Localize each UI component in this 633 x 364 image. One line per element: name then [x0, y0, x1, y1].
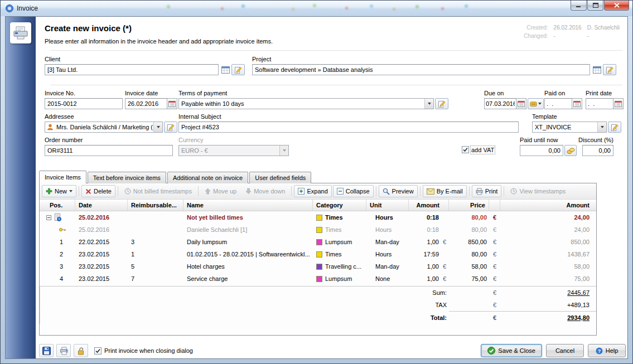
- add-vat-checkbox-group[interactable]: add VAT: [462, 146, 494, 153]
- sum-label: Sum:: [40, 287, 449, 299]
- paid-on-field[interactable]: [544, 98, 572, 109]
- print-button[interactable]: Print: [472, 185, 502, 197]
- tab-additional-note[interactable]: Additional note on invoice: [167, 172, 248, 183]
- template-select[interactable]: XT_INVOICE: [532, 122, 607, 133]
- window-icon: [5, 4, 14, 13]
- table-row[interactable]: 2 23.02.2015 1 01.02.2015 - 28.02.2015 |…: [40, 248, 596, 260]
- cancel-button[interactable]: Cancel: [546, 344, 584, 357]
- col-pos[interactable]: Pos.: [40, 200, 75, 211]
- cell-unit: Man-day: [366, 236, 409, 248]
- table-row-timestamp[interactable]: 25.02.2016 Danielle Schaelchli [1] Times…: [40, 224, 596, 236]
- print-date-field[interactable]: [586, 98, 613, 109]
- invoice-no-field[interactable]: [45, 98, 123, 109]
- unbilled-times-icon: [54, 213, 61, 221]
- invoice-items-panel: New Delete Not billed timestamps Move up…: [39, 183, 597, 336]
- col-price[interactable]: Price: [449, 200, 489, 211]
- by-email-button[interactable]: By E-mail: [423, 185, 467, 197]
- separator: [50, 50, 622, 51]
- col-name[interactable]: Name: [183, 200, 313, 211]
- category-color-swatch: [316, 264, 322, 270]
- cell-pos: 3: [40, 260, 75, 273]
- col-total[interactable]: Amount: [500, 200, 596, 211]
- cell-currency: €: [489, 248, 500, 260]
- paid-on-label: Paid on: [544, 90, 582, 97]
- items-table-header: Pos. Date Reimbursable... Name Category …: [40, 200, 596, 211]
- tab-invoice-items[interactable]: Invoice Items: [39, 171, 86, 183]
- col-category[interactable]: Category: [313, 200, 366, 211]
- quick-save-button[interactable]: [39, 344, 54, 357]
- paid-on-calendar-button[interactable]: [572, 98, 582, 109]
- cell-category: Lumpsum: [313, 273, 366, 285]
- save-close-button[interactable]: Save & Close: [481, 344, 542, 357]
- cell-date: 25.02.2016: [75, 224, 128, 236]
- tax-currency: €: [489, 299, 500, 311]
- project-lookup-icon[interactable]: [592, 64, 602, 75]
- col-date[interactable]: Date: [75, 200, 128, 211]
- project-edit-button[interactable]: [603, 64, 616, 75]
- cell-category: Travelling c...: [313, 260, 366, 273]
- chevron-down-icon[interactable]: [424, 99, 433, 109]
- cell-date: 22.02.2015: [75, 236, 128, 248]
- sum-row: Sum: € 2445,67: [40, 287, 596, 299]
- add-vat-label: add VAT: [471, 147, 494, 153]
- minimize-button[interactable]: [571, 1, 587, 11]
- tab-user-defined-fields[interactable]: User defined fields: [249, 172, 311, 183]
- chevron-down-icon[interactable]: [153, 122, 162, 132]
- print-date-calendar-button[interactable]: [613, 98, 624, 109]
- maximize-restore-button[interactable]: [587, 1, 603, 11]
- collapse-button[interactable]: Collapse: [333, 185, 374, 197]
- category-color-swatch: [316, 276, 322, 282]
- addressee-select[interactable]: Mrs. Daniela Schälchli / Marketing (: [45, 122, 163, 133]
- client-edit-button[interactable]: [231, 64, 245, 75]
- col-unit[interactable]: Unit: [366, 200, 409, 211]
- terms-of-payment-select[interactable]: Payable within 10 days: [178, 98, 434, 109]
- col-amount[interactable]: Amount: [409, 200, 449, 211]
- delete-button[interactable]: Delete: [81, 185, 115, 197]
- titlebar[interactable]: Invoice: [1, 1, 632, 16]
- table-row[interactable]: 4 23.02.2015 7 Service charge Lumpsum No…: [40, 273, 596, 285]
- chevron-down-icon[interactable]: [597, 122, 606, 132]
- printer-icon: [60, 347, 68, 355]
- due-on-calendar-button[interactable]: [516, 98, 526, 109]
- collapse-expander-icon[interactable]: [46, 215, 51, 220]
- invoice-date-calendar-button[interactable]: [167, 98, 177, 109]
- table-row[interactable]: 3 23.02.2015 5 Hotel charges Travelling …: [40, 260, 596, 273]
- add-vat-checkbox[interactable]: [462, 146, 469, 153]
- quick-print-button[interactable]: [56, 344, 71, 357]
- cell-total: 58,00: [500, 260, 596, 273]
- close-button[interactable]: [604, 1, 629, 11]
- preview-button[interactable]: Preview: [379, 185, 418, 197]
- arrow-down-icon: [245, 188, 252, 195]
- printer-icon: [476, 188, 483, 195]
- col-currency[interactable]: [489, 200, 500, 211]
- discount-field[interactable]: [582, 145, 613, 156]
- tab-text-before-invoice-items[interactable]: Text before invoice items: [88, 172, 166, 183]
- addressee-edit-button[interactable]: [164, 122, 177, 133]
- invoice-date-field[interactable]: [125, 98, 167, 109]
- table-row[interactable]: 1 22.02.2015 3 Daily lumpsum Lumpsum Man…: [40, 236, 596, 248]
- print-on-close-group[interactable]: Print invoice when closing dialog: [94, 347, 193, 355]
- dialog-content: Create new invoice (*) Please enter all …: [36, 17, 627, 358]
- table-row-group[interactable]: 25.02.2016 Not yet billed times Times Ho…: [40, 211, 596, 224]
- help-button[interactable]: ?Help: [588, 344, 626, 357]
- print-on-close-checkbox[interactable]: [94, 347, 102, 355]
- project-field[interactable]: [252, 64, 590, 75]
- expand-button[interactable]: Expand: [294, 185, 331, 197]
- col-reimbursable[interactable]: Reimbursable...: [128, 200, 183, 211]
- paid-until-now-field[interactable]: [520, 145, 563, 156]
- order-number-field[interactable]: [45, 145, 173, 156]
- pencil-icon: [167, 124, 175, 131]
- unlock-button[interactable]: [74, 344, 88, 357]
- new-button[interactable]: New: [42, 185, 76, 197]
- terms-edit-button[interactable]: [435, 98, 448, 109]
- internal-subject-field[interactable]: [178, 122, 519, 133]
- cell-name: Daily lumpsum: [183, 236, 313, 248]
- payment-reminder-button[interactable]: [528, 98, 544, 109]
- client-field[interactable]: [45, 64, 219, 75]
- cell-category: Times: [313, 211, 366, 224]
- invoice-window: Invoice Create new invoice (*) Please en…: [0, 0, 633, 364]
- due-on-field[interactable]: [484, 98, 516, 109]
- view-timestamps-button: View timestamps: [506, 185, 569, 197]
- client-lookup-icon[interactable]: [220, 64, 230, 75]
- template-edit-button[interactable]: [608, 122, 621, 133]
